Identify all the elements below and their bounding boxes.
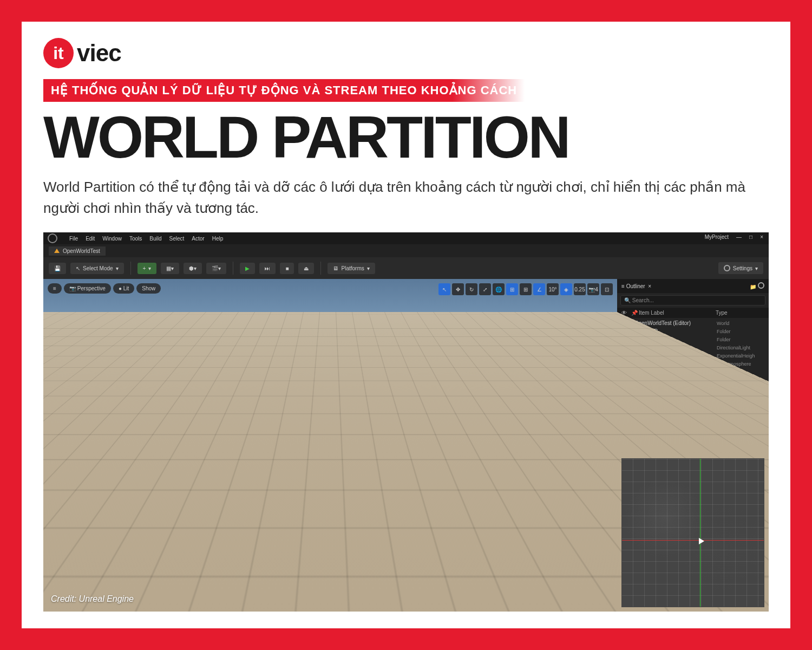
world-partition-minimap[interactable] (621, 458, 764, 607)
tree-item-type: Folder (717, 329, 765, 334)
new-folder-icon[interactable]: 📁 (750, 284, 756, 290)
gear-icon (724, 265, 730, 271)
play-button[interactable]: ▶ (240, 263, 255, 274)
angle-snap-value[interactable]: 10° (547, 283, 559, 295)
lit-label: Lit (123, 285, 129, 291)
tree-item-type: DirectionalLight (717, 345, 765, 350)
save-button[interactable]: 💾 (49, 263, 66, 274)
image-credit: Credit: Unreal Engine (51, 594, 134, 604)
skip-button[interactable]: ⏭ (259, 263, 276, 274)
viewport-perspective[interactable]: 📷 Perspective (64, 283, 111, 294)
tree-item-type: World (717, 321, 765, 326)
sphere-icon: ● (119, 285, 122, 291)
window-maximize[interactable]: □ (749, 234, 752, 240)
settings-label: Settings (733, 265, 752, 271)
menu-file[interactable]: File (69, 236, 78, 242)
minimap-axis-y (700, 459, 700, 607)
window-close[interactable]: × (760, 234, 763, 240)
brand-logo: it viec (43, 38, 769, 68)
viewport[interactable]: ≡ 📷 Perspective ● Lit Show ↖ ✥ ↻ ⤢ (43, 279, 617, 612)
angle-snap[interactable]: ∠ (533, 283, 545, 295)
camera-speed[interactable]: 📷4 (587, 283, 599, 295)
scale-tool[interactable]: ⤢ (479, 283, 491, 295)
minimap-player-icon (699, 538, 704, 544)
select-tool[interactable]: ↖ (438, 283, 450, 295)
menu-tools[interactable]: Tools (129, 236, 142, 242)
logo-text: viec (77, 40, 121, 67)
marketplace-button[interactable]: ▦▾ (161, 263, 179, 274)
platforms-button[interactable]: 🖥 Platforms▾ (328, 263, 375, 274)
level-tab-label: OpenWorldTest (63, 248, 100, 254)
platforms-label: Platforms (341, 265, 364, 271)
project-name: MyProject (705, 234, 729, 240)
col-item-label[interactable]: Item Label (639, 310, 716, 316)
main-toolbar: 💾 ↖ Select Mode ▾ +▾ ▦▾ ⬢▾ 🎬▾ ▶ ⏭ ■ ⏏ 🖥 … (43, 257, 769, 279)
minimap-axis-x (622, 540, 764, 541)
separator (320, 262, 321, 275)
subtitle: HỆ THỐNG QUẢN LÝ DỮ LIỆU TỰ ĐỘNG VÀ STRE… (51, 83, 517, 98)
tree-item-type: Folder (717, 337, 765, 342)
rotate-tool[interactable]: ↻ (466, 283, 477, 295)
menu-edit[interactable]: Edit (86, 236, 95, 242)
outliner-search[interactable]: 🔍 Search... (620, 295, 765, 306)
description: World Partition có thể tự động tải và dỡ… (43, 177, 769, 219)
outliner-header: 👁 📌 Item Label Type (617, 308, 769, 318)
level-tab[interactable]: OpenWorldTest (49, 246, 106, 256)
menu-window[interactable]: Window (102, 236, 122, 242)
logo-circle: it (43, 38, 74, 68)
menu-select[interactable]: Select (169, 236, 185, 242)
cursor-icon: ↖ (76, 265, 80, 271)
blueprints-button[interactable]: ⬢▾ (184, 263, 202, 274)
viewport-lit[interactable]: ● Lit (113, 283, 134, 294)
subtitle-bar: HỆ THỐNG QUẢN LÝ DỮ LIỆU TỰ ĐỘNG VÀ STRE… (43, 79, 525, 102)
perspective-label: Perspective (77, 285, 106, 291)
tree-item-type: ExponentialHeigh (717, 353, 765, 359)
minimap-grid (622, 459, 764, 607)
chevron-down-icon: ▾ (116, 265, 119, 271)
grid-snap[interactable]: ⊞ (506, 283, 518, 295)
coord-space[interactable]: 🌐 (493, 283, 505, 295)
camera-icon: 📷 (69, 285, 76, 291)
unreal-logo-icon (48, 233, 57, 243)
translate-tool[interactable]: ✥ (452, 283, 464, 295)
viewport-menu[interactable]: ≡ (48, 283, 62, 294)
menu-actor[interactable]: Actor (192, 236, 204, 242)
eject-button[interactable]: ⏏ (298, 263, 314, 274)
unreal-editor: File Edit Window Tools Build Select Acto… (43, 232, 769, 612)
window-minimize[interactable]: — (736, 234, 742, 240)
select-mode-button[interactable]: ↖ Select Mode ▾ (70, 263, 124, 274)
menu-bar: File Edit Window Tools Build Select Acto… (43, 232, 769, 244)
cinematics-button[interactable]: 🎬▾ (206, 263, 226, 274)
document-tabs: OpenWorldTest (43, 244, 769, 257)
search-placeholder: Search... (632, 297, 654, 303)
menu-help[interactable]: Help (212, 236, 224, 242)
viewport-show[interactable]: Show (136, 283, 161, 294)
stop-button[interactable]: ■ (280, 263, 294, 274)
scale-snap[interactable]: ◈ (560, 283, 572, 295)
outliner-tab-bar: ≡ Outliner × 📁 (617, 279, 769, 293)
add-content-button[interactable]: +▾ (137, 263, 157, 274)
level-icon (54, 249, 60, 253)
viewport-maximize[interactable]: ⊡ (601, 283, 613, 295)
settings-button[interactable]: Settings▾ (718, 262, 763, 274)
outliner-tab[interactable]: Outliner (626, 283, 645, 289)
camera-speed-value: 4 (595, 287, 598, 292)
col-type[interactable]: Type (716, 310, 764, 316)
platforms-icon: 🖥 (333, 265, 338, 271)
plus-icon: + (143, 265, 146, 271)
separator (233, 262, 233, 275)
gear-icon[interactable] (758, 282, 764, 289)
page-title: WORLD PARTITION (43, 107, 769, 167)
menu-build[interactable]: Build (149, 236, 161, 242)
grid-snap-value[interactable]: ⊞ (520, 283, 532, 295)
select-mode-label: Select Mode (83, 265, 113, 271)
separator (130, 262, 131, 275)
scale-snap-value[interactable]: 0.25 (574, 283, 586, 295)
